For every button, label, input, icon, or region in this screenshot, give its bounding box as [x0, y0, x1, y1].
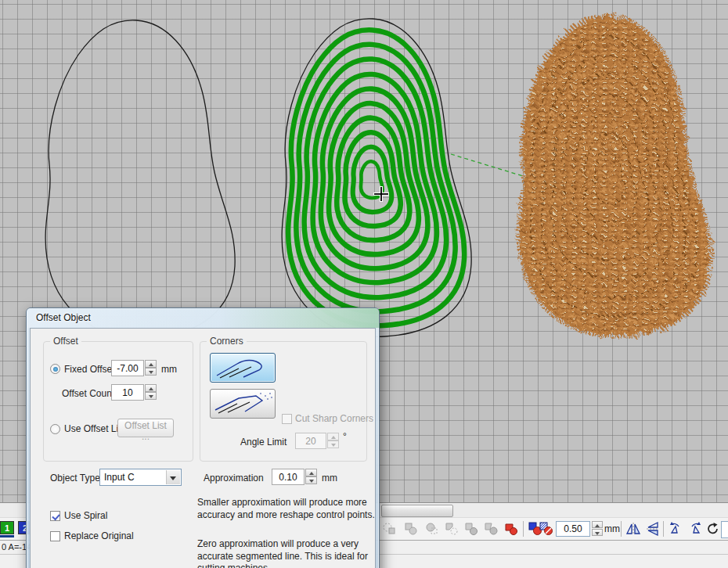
chevron-down-icon [170, 476, 176, 480]
offset-count-label: Offset Count [62, 388, 114, 399]
angle-limit-unit: ° [343, 431, 347, 442]
replace-original-label: Replace Original [64, 530, 134, 541]
object-type-label: Object Type [50, 473, 100, 484]
approximation-spinner[interactable] [305, 469, 317, 485]
offset-groupbox: Offset Fixed Offset mm Offset Count Use … [43, 341, 193, 462]
replace-original-checkbox[interactable] [50, 531, 60, 541]
combo-arrow-button[interactable] [166, 470, 180, 484]
approximation-label: Approximation [204, 473, 264, 484]
offset-group-label: Offset [50, 336, 81, 347]
angle-limit-input[interactable] [295, 433, 326, 449]
offset-count-input[interactable] [111, 384, 144, 401]
shaping-intersect-icon[interactable] [424, 521, 440, 537]
toolbar-separator [523, 521, 524, 537]
angle-limit-label: Angle Limit [240, 437, 287, 448]
rotate-left-icon[interactable] [668, 521, 683, 537]
outline-width-spinner[interactable] [592, 521, 603, 537]
approximation-note-1: Smaller approximation will produce more … [197, 497, 376, 521]
angle-limit-spinner[interactable] [327, 433, 339, 449]
dialog-title: Offset Object [36, 312, 91, 323]
toolbar-separator [621, 521, 622, 537]
corners-groupbox: Corners Cut Sharp Corners Angle Limit [200, 341, 367, 462]
offset-count-spinner[interactable] [145, 384, 157, 401]
offset-object-dialog: Offset Object Offset Fixed Offset mm Off… [26, 307, 380, 568]
corners-group-label: Corners [207, 336, 247, 347]
fixed-offset-unit: mm [161, 364, 177, 375]
toolbar-separator [663, 521, 664, 537]
approximation-note-2: Zero approximation will produce a very a… [197, 538, 376, 568]
mirror-vertical-icon[interactable] [645, 521, 661, 537]
cut-sharp-corners-checkbox[interactable] [282, 414, 292, 424]
mirror-horizontal-icon[interactable] [625, 521, 641, 537]
use-offset-list-radio[interactable] [50, 424, 60, 434]
offset-spiral-shape[interactable] [282, 19, 471, 336]
object-type-value: Input C [104, 472, 135, 483]
palette-selected-indicator [0, 535, 14, 537]
outline-offset-tool-icon[interactable] [539, 521, 554, 537]
round-corners-button[interactable] [210, 353, 276, 383]
sharp-corners-icon [211, 390, 275, 418]
round-corners-icon [211, 354, 275, 382]
crosshair-cursor [373, 186, 389, 202]
fixed-offset-input[interactable] [111, 360, 144, 376]
dialog-titlebar[interactable]: Offset Object [27, 308, 379, 328]
use-spiral-label: Use Spiral [64, 510, 107, 521]
object-type-combobox[interactable]: Input C [99, 469, 182, 486]
shaping-weld-icon[interactable] [382, 521, 398, 537]
outline-width-input[interactable] [556, 521, 590, 537]
fixed-offset-spinner[interactable] [145, 360, 157, 376]
rotate-angle-icon[interactable] [705, 521, 721, 537]
shaping-combine-icon[interactable] [463, 521, 479, 537]
outline-shape[interactable] [45, 20, 235, 338]
dialog-body: Offset Fixed Offset mm Offset Count Use … [30, 328, 376, 568]
remove-overlaps-icon[interactable] [503, 521, 519, 537]
rotate-right-icon[interactable] [687, 521, 703, 537]
fixed-offset-label: Fixed Offset [64, 364, 114, 375]
use-spiral-checkbox[interactable] [50, 511, 60, 521]
approximation-unit: mm [322, 473, 337, 484]
cut-sharp-corners-label: Cut Sharp Corners [295, 413, 373, 424]
palette-color-1[interactable]: 1 [0, 521, 14, 534]
shaping-fragment-icon[interactable] [483, 521, 499, 537]
stitched-shape[interactable] [520, 17, 709, 335]
use-offset-list-label: Use Offset List [64, 423, 125, 434]
shaping-trim-icon[interactable] [403, 521, 419, 537]
shaping-exclude-icon[interactable] [444, 521, 460, 537]
approximation-input[interactable] [272, 469, 305, 485]
horizontal-scrollbar-thumb[interactable] [381, 505, 453, 517]
rotate-angle-input-partial[interactable] [721, 521, 728, 538]
sharp-corners-button[interactable] [210, 389, 276, 419]
outline-width-unit: mm [604, 521, 620, 537]
offset-list-button[interactable]: Offset List ... [117, 419, 174, 437]
fixed-offset-radio[interactable] [50, 364, 60, 374]
